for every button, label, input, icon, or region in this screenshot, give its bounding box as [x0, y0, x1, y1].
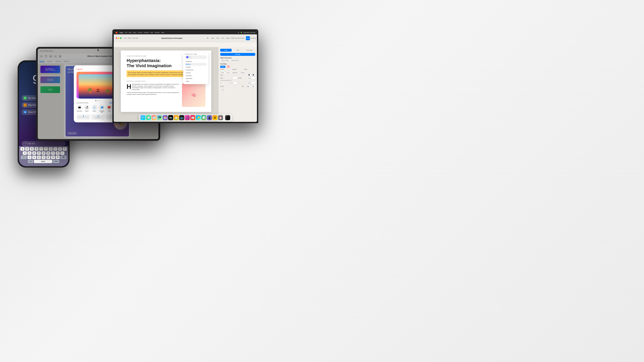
menu-pages[interactable]: Pages — [120, 32, 124, 33]
key-v[interactable]: V — [42, 156, 46, 159]
suggestion-winter[interactable]: ❄️ Winter — [92, 105, 98, 113]
key-space[interactable]: space — [34, 160, 52, 163]
dot-4[interactable] — [100, 100, 101, 101]
key-c[interactable]: C — [37, 156, 41, 159]
dock-messages[interactable]: 💬 — [146, 115, 151, 120]
wt-proofread[interactable]: Proofread — [185, 60, 206, 63]
text-button[interactable]: Text — [221, 36, 225, 40]
width-input[interactable]: 7.7 in — [229, 77, 237, 79]
front-button[interactable]: Front — [226, 71, 231, 74]
wt-professional[interactable]: Professional — [185, 68, 206, 71]
back-button[interactable]: Back — [220, 71, 225, 74]
menu-file[interactable]: File — [125, 32, 127, 33]
tab-text[interactable]: Text — [232, 49, 243, 52]
key-o[interactable]: O — [58, 147, 62, 151]
iphone-keyboard[interactable]: Q W E R T Y U I O P A S D F G H — [19, 146, 68, 166]
key-123[interactable]: 123 — [28, 160, 33, 163]
dock-maps[interactable]: 🗺 — [157, 115, 162, 120]
dock-trash[interactable]: 🗑 — [225, 115, 230, 120]
comment-button[interactable]: Comment — [236, 36, 240, 40]
forward-button[interactable]: Forward — [239, 71, 246, 74]
dock-numbers[interactable]: 📊 — [202, 115, 206, 120]
key-h[interactable]: H — [46, 151, 50, 155]
dock-photos[interactable]: 🌅 — [174, 115, 179, 120]
media-button[interactable]: Media — [231, 36, 235, 40]
key-i[interactable]: I — [53, 147, 57, 151]
key-g[interactable]: G — [42, 151, 46, 155]
tab-style[interactable]: Style — [220, 49, 232, 52]
menu-arrange[interactable]: Arrange — [144, 32, 148, 33]
share-button[interactable]: Share — [241, 36, 245, 40]
lock-button[interactable]: Lock — [220, 89, 225, 91]
suggestion-mountains[interactable]: 🏔 Mountains — [76, 105, 82, 113]
dock-appstore[interactable]: 📱 — [207, 115, 212, 120]
menu-edit[interactable]: Edit — [129, 32, 131, 33]
height-input[interactable]: 2.33 in — [247, 77, 255, 79]
key-q[interactable]: Q — [20, 147, 24, 151]
person-image-button[interactable]: 👤 PERSON IMAGE CHOOSE... — [91, 114, 105, 120]
rotate-dial[interactable]: ↻ — [241, 85, 245, 88]
key-n[interactable]: N — [51, 156, 55, 159]
key-f[interactable]: F — [37, 151, 41, 155]
menu-insert[interactable]: Insert — [133, 32, 136, 33]
key-r[interactable]: R — [34, 147, 38, 151]
wt-summary[interactable]: Summary — [185, 74, 206, 77]
move-with-text-button[interactable]: Move with Text — [230, 59, 240, 61]
dock-clock[interactable]: ⏰ — [218, 115, 223, 120]
format-button[interactable]: Format — [246, 36, 250, 40]
key-t[interactable]: T — [39, 147, 43, 151]
key-m[interactable]: M — [56, 156, 60, 159]
wt-rewrite[interactable]: Rewrite — [185, 63, 206, 66]
menu-window[interactable]: Window — [155, 32, 160, 33]
insert-button[interactable]: ⊕ — [206, 36, 210, 40]
key-return[interactable]: return — [53, 160, 59, 163]
suggestion-baseball-cap[interactable]: 🧢 Baseball Cap — [99, 105, 105, 113]
dock-tv[interactable]: 📺 — [179, 115, 184, 120]
suggestion-beach[interactable]: 🏖 Beach — [84, 105, 90, 113]
key-u[interactable]: U — [49, 147, 53, 151]
key-l[interactable]: L — [60, 151, 64, 155]
minimize-button[interactable] — [118, 37, 120, 39]
key-d[interactable]: D — [32, 151, 36, 155]
flip-button[interactable]: Flip — [251, 85, 255, 87]
dot-1[interactable] — [96, 100, 96, 101]
angle-button[interactable]: Angle — [245, 85, 250, 87]
document-button[interactable]: Document — [251, 36, 255, 40]
wt-search-bar[interactable]: 🔍 — [185, 55, 206, 59]
x-input[interactable]: 0.22 in — [229, 82, 237, 84]
menu-format[interactable]: Format — [138, 32, 142, 33]
tab-document[interactable]: Document — [244, 49, 255, 52]
dock-music[interactable]: 🎵 — [185, 115, 190, 120]
wt-key-points[interactable]: Key Points — [185, 77, 206, 80]
zoom-button[interactable]: 100% — [128, 37, 131, 39]
key-y[interactable]: Y — [44, 147, 48, 151]
siri-search-bar[interactable]: 🎤 Ask Siri... — [22, 141, 66, 146]
align-left-button[interactable]: ⬛ — [247, 74, 251, 76]
key-delete[interactable]: ⌫ — [60, 156, 66, 159]
dot-3[interactable] — [98, 100, 99, 101]
dock-settings[interactable]: ⚙ — [212, 115, 218, 120]
menu-view[interactable]: View — [150, 32, 153, 33]
maximize-button[interactable] — [120, 37, 122, 39]
key-shift[interactable]: ⇧ — [21, 156, 27, 159]
key-x[interactable]: X — [32, 156, 36, 159]
close-button[interactable] — [116, 37, 117, 39]
stay-on-page-button[interactable]: Stay on Page — [220, 59, 230, 61]
dock-mail[interactable]: 📧 — [152, 115, 157, 120]
backward-button[interactable]: Backward — [231, 71, 239, 74]
suggestion-love[interactable]: ❤️ Love — [106, 105, 112, 113]
table-button[interactable]: Table — [211, 36, 215, 40]
chart-button[interactable]: Chart — [216, 36, 220, 40]
key-p[interactable]: P — [63, 147, 67, 151]
describe-image-button[interactable]: 👤 DESCRIBE AN IMAGE — [76, 114, 90, 120]
wt-concise[interactable]: Concise — [185, 71, 206, 74]
dock-facetime[interactable]: 📷 — [168, 115, 173, 120]
menu-help[interactable]: Help — [161, 32, 164, 33]
add-page-button[interactable]: Add Page — [132, 37, 138, 39]
key-j[interactable]: J — [51, 151, 55, 155]
key-s[interactable]: S — [28, 151, 32, 155]
y-input[interactable]: 1.89 in — [247, 82, 255, 84]
activate-button[interactable]: Activate — [220, 53, 255, 56]
key-a[interactable]: A — [23, 151, 27, 155]
dock-calendar[interactable]: 📅 — [163, 115, 168, 120]
